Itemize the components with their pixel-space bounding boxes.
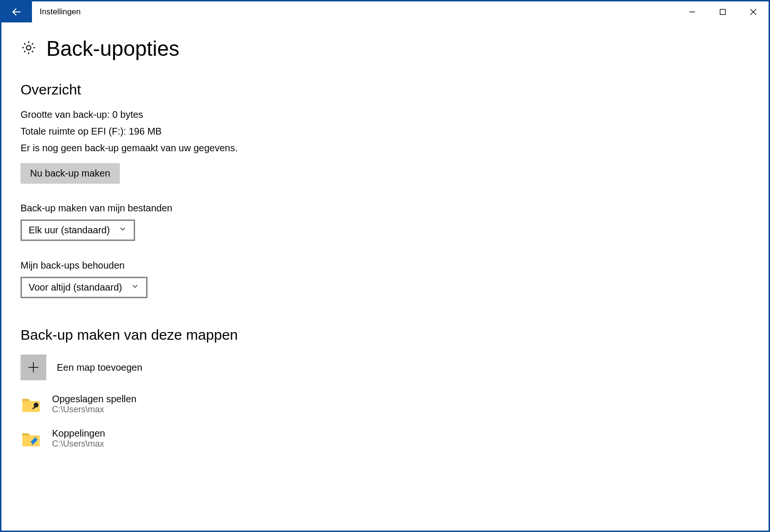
folders-heading: Back-up maken van deze mappen [21,327,749,343]
settings-window: Instellingen Back-upopties Overzicht [0,0,770,532]
chevron-down-icon [131,282,139,293]
window-controls [677,1,769,22]
gear-icon [21,40,37,58]
svg-rect-2 [720,10,726,15]
folder-path: C:\Users\max [52,405,137,415]
folder-saved-games-icon [21,394,42,415]
retention-dropdown[interactable]: Voor altijd (standaard) [21,277,148,298]
folder-item[interactable]: Opgeslagen spellen C:\Users\max [21,394,749,415]
overview-heading: Overzicht [21,82,749,98]
frequency-dropdown[interactable]: Elk uur (standaard) [21,219,135,241]
maximize-button[interactable] [707,1,738,22]
backup-status-line: Er is nog geen back-up gemaakt van uw ge… [21,143,749,154]
backup-now-button[interactable]: Nu back-up maken [21,163,120,184]
folder-item[interactable]: Koppelingen C:\Users\max [21,428,749,449]
backup-size-line: Grootte van back-up: 0 bytes [21,109,749,120]
chevron-down-icon [118,225,127,236]
total-space-line: Totale ruimte op EFI (F:): 196 MB [21,126,749,137]
svg-point-5 [26,45,31,50]
close-button[interactable] [738,1,769,22]
add-folder-row[interactable]: Een map toevoegen [21,355,749,380]
folder-links-icon [21,428,42,449]
titlebar: Instellingen [1,1,769,22]
frequency-selected: Elk uur (standaard) [29,225,110,236]
folder-path: C:\Users\max [52,439,105,449]
add-folder-label: Een map toevoegen [57,362,142,373]
plus-icon [21,355,46,380]
minimize-button[interactable] [677,1,707,22]
retention-label: Mijn back-ups behouden [21,260,749,271]
window-title: Instellingen [40,7,81,17]
page-title: Back-upopties [46,37,179,61]
back-button[interactable] [1,1,32,22]
content-area: Back-upopties Overzicht Grootte van back… [1,22,769,531]
retention-selected: Voor altijd (standaard) [29,282,122,293]
page-header: Back-upopties [21,37,749,61]
folder-name: Opgeslagen spellen [52,394,137,405]
frequency-label: Back-up maken van mijn bestanden [21,203,749,214]
folder-name: Koppelingen [52,428,105,439]
